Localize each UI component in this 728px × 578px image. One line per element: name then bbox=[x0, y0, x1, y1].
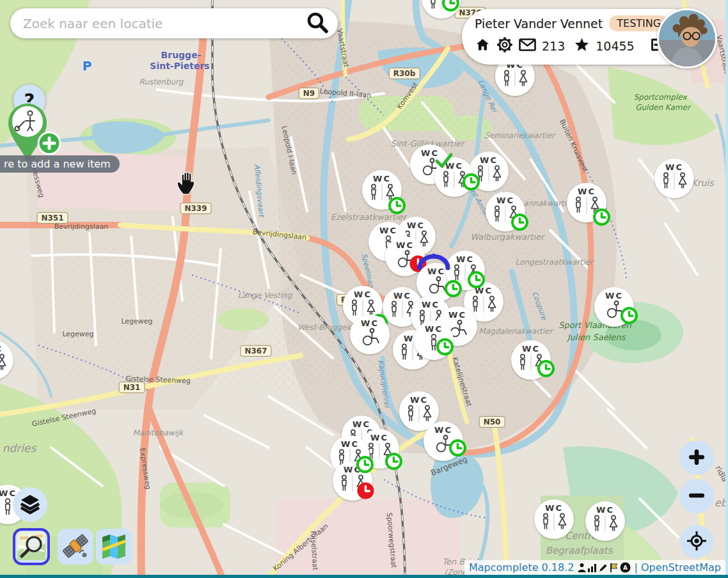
marker-label: WC bbox=[373, 175, 391, 183]
right-edge-strip bbox=[725, 0, 728, 578]
marker-label: WC bbox=[605, 292, 623, 300]
toilets-pair-icon bbox=[501, 70, 529, 88]
plus-icon bbox=[686, 447, 707, 469]
marker-label: WC bbox=[425, 325, 443, 333]
marker-label: WC bbox=[361, 319, 379, 327]
messages-count: 213 bbox=[542, 39, 565, 53]
map-marker-toilet[interactable]: WC bbox=[654, 159, 694, 198]
toilets-pair-icon bbox=[660, 172, 688, 190]
map-marker-toilet[interactable]: WC bbox=[445, 251, 485, 290]
edit-icon[interactable] bbox=[598, 563, 608, 573]
attribution-icons[interactable]: A bbox=[577, 562, 631, 573]
map-marker-toilet[interactable]: WC bbox=[423, 421, 463, 461]
bg-option-map[interactable] bbox=[96, 529, 132, 565]
marker-label: WC bbox=[522, 345, 540, 353]
map-marker-toilet[interactable]: WC bbox=[585, 501, 625, 541]
settings-button[interactable] bbox=[496, 36, 513, 55]
osm-link[interactable]: OpenStreetMap bbox=[641, 561, 721, 574]
map-marker-toilet[interactable]: WC bbox=[350, 315, 390, 354]
license-icon[interactable]: A bbox=[620, 562, 631, 573]
zoom-in-button[interactable] bbox=[679, 441, 714, 475]
messages-button[interactable] bbox=[519, 38, 536, 53]
marker-label: WC bbox=[352, 420, 370, 428]
toilets-pair-icon bbox=[470, 295, 498, 313]
map-marker-toilet[interactable]: WC bbox=[333, 461, 372, 501]
user-icon[interactable] bbox=[577, 563, 587, 573]
marker-label: WC bbox=[665, 163, 683, 171]
marker-label: WC bbox=[596, 506, 614, 514]
star-icon bbox=[574, 37, 590, 55]
add-item-tooltip: re to add a new item bbox=[0, 155, 120, 173]
home-button[interactable] bbox=[475, 37, 491, 54]
zoom-out-button[interactable] bbox=[679, 479, 714, 513]
crosshair-icon bbox=[686, 530, 708, 554]
satellite-icon bbox=[61, 532, 90, 562]
marker-label: WC bbox=[480, 156, 498, 164]
toilets-pair-icon bbox=[491, 205, 519, 223]
toilets-pair-icon bbox=[427, 0, 455, 10]
map-marker-toilet[interactable]: WC bbox=[567, 183, 606, 223]
toilets-pair-icon bbox=[368, 184, 396, 201]
stats-icon[interactable] bbox=[587, 563, 597, 573]
changesets-count: 10455 bbox=[596, 39, 634, 53]
wheelchair-icon bbox=[394, 250, 416, 268]
gear-icon bbox=[496, 36, 513, 55]
bg-option-osm[interactable] bbox=[13, 528, 50, 565]
marker-label: WC bbox=[0, 345, 3, 353]
marker-label: WC bbox=[448, 311, 466, 319]
map-marker-toilet[interactable]: WC bbox=[511, 340, 551, 380]
marker-label: WC bbox=[354, 290, 372, 299]
marker-label: WC bbox=[422, 301, 439, 309]
map-marker-toilet[interactable]: WC bbox=[469, 152, 509, 191]
marker-label: WC bbox=[445, 162, 463, 170]
toilets-pair-icon bbox=[517, 354, 545, 371]
layers-icon bbox=[19, 493, 41, 517]
marker-label: WC bbox=[456, 255, 474, 263]
marker-label: WC bbox=[370, 434, 388, 442]
toilets-pair-icon bbox=[0, 354, 8, 371]
toilets-pair-icon bbox=[338, 474, 367, 492]
marker-label: WC bbox=[545, 504, 563, 512]
wheelchair-icon bbox=[425, 276, 447, 294]
envelope-icon bbox=[519, 38, 536, 53]
map-marker-toilet[interactable]: WC bbox=[414, 320, 454, 360]
search-button[interactable] bbox=[306, 11, 338, 36]
add-item-pin[interactable] bbox=[4, 102, 63, 164]
layers-button[interactable] bbox=[13, 487, 47, 522]
map-marker-toilet[interactable]: WC bbox=[362, 170, 402, 210]
map-marker-toilet[interactable]: WC bbox=[594, 287, 634, 327]
marker-label: WC bbox=[434, 426, 452, 434]
wheelchair-icon bbox=[603, 301, 625, 318]
attribution-bar: Mapcomplete 0.18.2 A | OpenStreetMap bbox=[464, 560, 725, 575]
wheelchair-icon bbox=[432, 435, 454, 453]
map-marker-toilet[interactable]: WC bbox=[486, 192, 525, 231]
toilets-pair-icon bbox=[451, 264, 479, 282]
search-input[interactable] bbox=[10, 16, 306, 31]
road-badge: N50 bbox=[479, 416, 505, 428]
toilets-pair-icon bbox=[591, 515, 619, 533]
road-badge: N351 bbox=[36, 212, 68, 224]
road-badge: N339 bbox=[180, 203, 211, 214]
folded-map-icon bbox=[100, 532, 128, 562]
avatar[interactable] bbox=[657, 8, 717, 68]
bg-option-satellite[interactable] bbox=[58, 529, 93, 565]
search-icon bbox=[306, 11, 329, 36]
marker-label: WC bbox=[410, 396, 428, 404]
marker-label: WC bbox=[578, 187, 596, 196]
marker-label: WC bbox=[379, 226, 397, 235]
map-marker-toilet[interactable]: WC bbox=[434, 157, 474, 197]
hand-cursor-icon bbox=[175, 170, 198, 196]
mapcomplete-app: Brugge-Sint-PietersRustenburgPVaartstraa… bbox=[0, 0, 728, 578]
user-name[interactable]: Pieter Vander Vennet bbox=[475, 17, 603, 31]
marker-label: WC bbox=[475, 286, 493, 295]
road-badge: N367 bbox=[240, 345, 271, 357]
app-version[interactable]: Mapcomplete 0.18.2 bbox=[469, 561, 574, 574]
locate-button[interactable] bbox=[680, 525, 713, 558]
toilets-pair-icon bbox=[475, 165, 503, 183]
marker-label: WC bbox=[421, 149, 439, 157]
home-icon bbox=[475, 37, 491, 54]
marker-label: WC bbox=[496, 196, 514, 205]
flag-icon[interactable] bbox=[609, 563, 619, 573]
osm-map-icon bbox=[17, 532, 45, 562]
map-marker-toilet[interactable]: WC bbox=[534, 499, 574, 539]
